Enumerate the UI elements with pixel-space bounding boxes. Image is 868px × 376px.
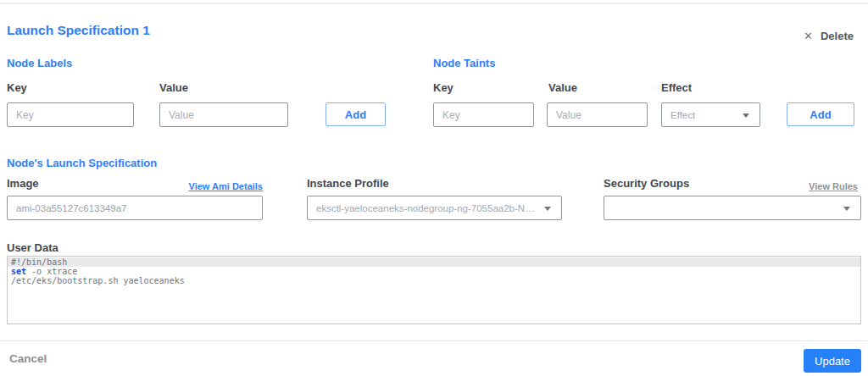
node-labels-key-input[interactable]: [7, 102, 134, 127]
user-data-editor[interactable]: #!/bin/bash set -o xtrace /etc/eks/boots…: [7, 256, 861, 324]
image-input[interactable]: [7, 196, 263, 220]
node-taints-key-input[interactable]: [433, 102, 534, 127]
update-button[interactable]: Update: [804, 349, 861, 373]
chevron-down-icon: [544, 207, 551, 211]
node-taints-key-label: Key: [433, 81, 453, 94]
close-icon: ✕: [804, 30, 813, 41]
code-line-2: set -o xtrace: [8, 267, 860, 276]
node-taints-value-label: Value: [548, 81, 577, 94]
security-groups-select[interactable]: [604, 196, 861, 220]
node-taints-effect-label: Effect: [661, 81, 692, 94]
instance-profile-value: eksctl-yaeloceaneks-nodegroup-ng-7055aa2…: [316, 203, 537, 213]
page-title: Launch Specification 1: [7, 23, 150, 38]
instance-profile-label: Instance Profile: [307, 177, 389, 190]
view-ami-details-link[interactable]: View Ami Details: [189, 181, 263, 191]
node-taints-effect-select[interactable]: Effect: [661, 102, 760, 127]
code-keyword: set: [11, 267, 26, 276]
chevron-down-icon: [743, 113, 749, 118]
node-labels-value-input[interactable]: [159, 102, 288, 127]
footer-divider: [0, 340, 868, 341]
node-labels-value-label: Value: [159, 81, 188, 94]
view-rules-link[interactable]: View Rules: [809, 181, 858, 191]
node-taints-value-input[interactable]: [547, 102, 648, 127]
user-data-label: User Data: [7, 241, 58, 254]
delete-button-label: Delete: [821, 30, 854, 42]
launch-specification-panel: Launch Specification 1 ✕ Delete Node Lab…: [0, 0, 868, 376]
launch-spec-heading: Node's Launch Specification: [7, 157, 157, 169]
node-taints-heading: Node Taints: [433, 57, 495, 69]
top-divider: [0, 3, 868, 4]
code-line-2-rest: -o xtrace: [26, 267, 77, 276]
instance-profile-select[interactable]: eksctl-yaeloceaneks-nodegroup-ng-7055aa2…: [307, 196, 562, 220]
cancel-button[interactable]: Cancel: [9, 352, 47, 365]
node-taints-add-button[interactable]: Add: [787, 102, 854, 126]
code-line-1: #!/bin/bash: [8, 257, 860, 267]
node-labels-key-label: Key: [7, 81, 27, 94]
effect-select-placeholder: Effect: [670, 110, 695, 120]
node-labels-heading: Node Labels: [7, 57, 72, 69]
node-labels-add-button[interactable]: Add: [326, 102, 386, 126]
chevron-down-icon: [843, 207, 850, 211]
code-line-3: /etc/eks/bootstrap.sh yaeloceaneks: [8, 276, 860, 285]
delete-button[interactable]: ✕ Delete: [804, 30, 854, 42]
